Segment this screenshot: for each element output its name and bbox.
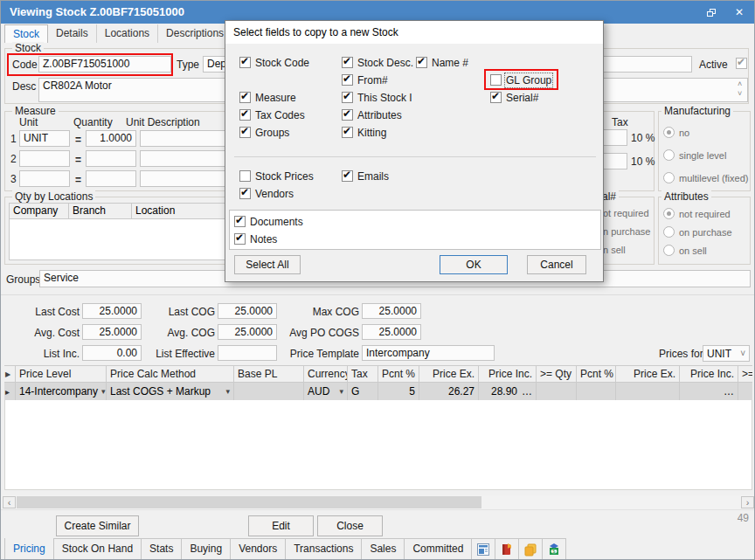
manufacturing-radio-multilevel[interactable]: multilevel (fixed) (663, 171, 748, 184)
checkbox-stock-desc[interactable]: Stock Desc. (342, 56, 413, 69)
tab-promotions[interactable]: $ (543, 539, 566, 560)
col-price-ex-2[interactable]: Price Ex. (616, 365, 680, 383)
checkbox-kitting[interactable]: Kitting (342, 126, 386, 139)
price-template-field[interactable]: Intercompany (362, 345, 495, 361)
ellipsis-button[interactable]: … (724, 385, 734, 398)
tab-report[interactable] (472, 539, 495, 560)
checkbox-name-num[interactable]: Name # (416, 56, 468, 69)
checkbox-tax-codes[interactable]: Tax Codes (239, 108, 305, 121)
close-window-button[interactable]: ✕ (726, 1, 752, 24)
attributes-radio-not-required[interactable]: not required (663, 207, 731, 220)
name-field[interactable] (603, 56, 692, 73)
checkbox-serial-num[interactable]: Serial# (490, 91, 538, 104)
avg-cog-field[interactable]: 25.0000 (218, 324, 277, 340)
checkbox-from-num[interactable]: From# (342, 73, 388, 86)
col-ge-qty-2[interactable]: >= Q (738, 365, 752, 383)
prices-for-select[interactable]: UNIT ˅ (703, 345, 750, 362)
radio-icon (663, 245, 675, 256)
last-cost-field[interactable]: 25.0000 (82, 303, 142, 319)
spin-up-icon[interactable]: ˄ (738, 80, 742, 87)
dropdown-arrow-icon[interactable]: ▾ (339, 387, 343, 396)
checkbox-measure[interactable]: Measure (239, 91, 296, 104)
dropdown-arrow-icon[interactable]: ▾ (225, 387, 230, 396)
manufacturing-radio-single-level[interactable]: single level (663, 149, 726, 162)
col-currency[interactable]: Currency (304, 365, 348, 383)
scroll-right-icon: › (746, 497, 750, 508)
tab-transactions[interactable]: Transactions (286, 539, 362, 560)
measure-unit-field-2[interactable] (19, 150, 70, 167)
col-pcnt-2[interactable]: Pcnt % (577, 365, 616, 383)
radio-icon (663, 208, 675, 219)
select-all-button[interactable]: Select All (234, 255, 301, 274)
ellipsis-button[interactable]: … (522, 385, 532, 398)
checkbox-vendors[interactable]: Vendors (239, 187, 294, 200)
scrollbar-thumb[interactable] (17, 496, 481, 508)
measure-qty-field-2[interactable] (86, 150, 136, 167)
restore-button[interactable] (698, 1, 724, 24)
tab-committed[interactable]: Committed (405, 539, 472, 560)
create-similar-button[interactable]: Create Similar (56, 515, 139, 536)
tab-pricing[interactable]: Pricing (4, 538, 54, 559)
checkbox-stock-prices[interactable]: Stock Prices (239, 169, 314, 183)
col-price-ex-1[interactable]: Price Ex. (419, 365, 479, 383)
measure-qty-field-1[interactable]: 1.0000 (86, 130, 136, 147)
attributes-group-label: Attributes (661, 190, 711, 203)
tab-descriptions[interactable]: Descriptions (158, 24, 232, 43)
measure-unit-field-1[interactable]: UNIT (19, 130, 70, 147)
checkbox-documents[interactable]: Documents (234, 215, 303, 228)
tab-stock-on-hand[interactable]: Stock On Hand (54, 539, 142, 560)
horizontal-scrollbar[interactable]: ‹ › (1, 495, 755, 509)
type-label: Type (177, 59, 199, 71)
dropdown-arrow-icon[interactable]: ▾ (101, 387, 106, 396)
col-branch[interactable]: Branch (69, 204, 132, 218)
manufacturing-radio-no[interactable]: no (663, 126, 689, 139)
last-cog-field[interactable]: 25.0000 (218, 303, 277, 319)
col-base-pl[interactable]: Base PL (234, 365, 304, 383)
header-selector-icon: ▶ (4, 365, 16, 383)
scroll-left-button[interactable]: ‹ (3, 496, 16, 508)
checkbox-emails[interactable]: Emails (342, 169, 389, 183)
tab-stock[interactable]: Stock (4, 24, 48, 43)
tab-stats[interactable]: Stats (142, 539, 182, 560)
col-pcnt-1[interactable]: Pcnt % (378, 365, 419, 383)
list-inc-field[interactable]: 0.00 (82, 345, 142, 361)
list-effective-field[interactable] (218, 345, 277, 361)
scroll-right-button[interactable]: › (741, 496, 754, 508)
tab-documents[interactable] (495, 539, 519, 560)
cancel-button[interactable]: Cancel (527, 255, 586, 274)
attributes-radio-on-purchase[interactable]: on purchase (663, 225, 732, 239)
col-tax[interactable]: Tax (348, 365, 378, 383)
col-price-level[interactable]: Price Level (16, 365, 107, 383)
attributes-radio-on-sell[interactable]: on sell (663, 244, 707, 257)
tab-details[interactable]: Details (48, 24, 97, 43)
measure-unit-field-3[interactable] (19, 170, 70, 187)
tab-locations[interactable]: Locations (97, 24, 158, 43)
code-field[interactable]: Z.00BF715051000 (38, 56, 171, 73)
checkbox-this-stock[interactable]: This Stock I (342, 91, 412, 104)
avg-cost-field[interactable]: 25.0000 (82, 324, 142, 340)
tab-buying[interactable]: Buying (182, 539, 231, 560)
qty-by-locations-label: Qty by Locations (12, 190, 95, 203)
tab-copy[interactable] (519, 539, 543, 560)
tab-sales[interactable]: Sales (362, 539, 405, 560)
measure-qty-field-3[interactable] (86, 170, 136, 187)
close-button[interactable]: Close (317, 515, 383, 536)
tab-vendors[interactable]: Vendors (231, 539, 286, 560)
spin-down-icon[interactable]: ˅ (738, 90, 742, 97)
avg-po-cogs-field[interactable]: 25.0000 (362, 324, 421, 340)
ok-button[interactable]: OK (440, 255, 508, 274)
checkbox-groups[interactable]: Groups (239, 126, 289, 139)
checkbox-stock-code[interactable]: Stock Code (239, 56, 309, 69)
price-table-row[interactable]: ▸ 14-Intercompany▾ Last COGS + Markup▾ A… (4, 383, 752, 400)
col-company[interactable]: Company (10, 204, 69, 218)
edit-button[interactable]: Edit (248, 515, 314, 536)
max-cog-field[interactable]: 25.0000 (362, 303, 421, 319)
checkbox-notes[interactable]: Notes (234, 232, 277, 245)
active-checkbox[interactable] (736, 58, 747, 69)
checkbox-attributes[interactable]: Attributes (342, 108, 402, 121)
col-price-calc-method[interactable]: Price Calc Method (107, 365, 234, 383)
col-price-inc-1[interactable]: Price Inc. (479, 365, 537, 383)
checkbox-gl-group[interactable]: GL Group (490, 73, 551, 86)
col-price-inc-2[interactable]: Price Inc. (680, 365, 738, 383)
col-ge-qty[interactable]: >= Qty (537, 365, 577, 383)
